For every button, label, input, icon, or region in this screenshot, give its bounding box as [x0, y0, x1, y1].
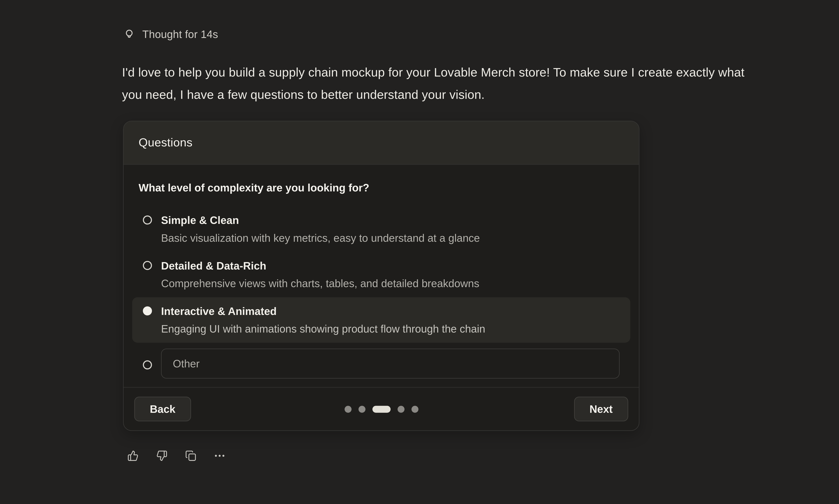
back-button[interactable]: Back [134, 397, 191, 421]
copy-icon [185, 450, 196, 461]
questions-card-footer: Back Next [124, 387, 639, 430]
option-detailed-data-rich[interactable]: Detailed & Data-Rich Comprehensive views… [132, 252, 630, 297]
thinking-duration-toggle[interactable]: Thought for 14s [123, 29, 218, 41]
questions-card-header: Questions [124, 121, 639, 165]
option-description: Comprehensive views with charts, tables,… [161, 276, 479, 291]
next-button[interactable]: Next [574, 397, 628, 421]
pagination-dot-5 [411, 406, 418, 413]
radio-unselected-icon[interactable] [143, 261, 152, 270]
assistant-message-text: I'd love to help you build a supply chai… [122, 61, 748, 106]
option-label: Detailed & Data-Rich [161, 258, 479, 273]
pagination-indicator [124, 406, 639, 413]
thumbs-down-icon [156, 450, 168, 461]
thinking-duration-label: Thought for 14s [142, 29, 218, 41]
pagination-dot-1 [344, 406, 351, 413]
radio-unselected-icon[interactable] [143, 360, 152, 369]
card-title: Questions [139, 136, 192, 150]
copy-button[interactable] [185, 450, 196, 461]
thumbs-up-icon [127, 450, 139, 461]
option-description: Basic visualization with key metrics, ea… [161, 230, 480, 245]
pagination-dot-4 [397, 406, 404, 413]
option-label: Simple & Clean [161, 213, 480, 228]
thumbs-up-button[interactable] [127, 450, 139, 461]
option-label: Interactive & Animated [161, 304, 485, 319]
radio-unselected-icon[interactable] [143, 216, 152, 224]
options-list: Simple & Clean Basic visualization with … [139, 206, 624, 383]
other-input[interactable] [161, 348, 619, 379]
message-actions [127, 450, 225, 461]
radio-selected-icon[interactable] [143, 306, 152, 315]
pagination-dot-3-active [372, 406, 390, 413]
more-options-button[interactable] [214, 450, 225, 461]
chat-message-region: Thought for 14s I'd love to help you bui… [0, 0, 839, 504]
questions-card: Questions What level of complexity are y… [123, 121, 640, 431]
option-other[interactable] [132, 344, 630, 383]
questions-card-body: What level of complexity are you looking… [124, 165, 639, 387]
option-description: Engaging UI with animations showing prod… [161, 321, 485, 336]
thumbs-down-button[interactable] [156, 450, 168, 461]
pagination-dot-2 [358, 406, 365, 413]
lightbulb-icon [123, 29, 135, 41]
option-simple-clean[interactable]: Simple & Clean Basic visualization with … [132, 206, 630, 252]
ellipsis-icon [214, 450, 225, 461]
question-text: What level of complexity are you looking… [139, 181, 624, 195]
option-interactive-animated[interactable]: Interactive & Animated Engaging UI with … [132, 297, 630, 343]
